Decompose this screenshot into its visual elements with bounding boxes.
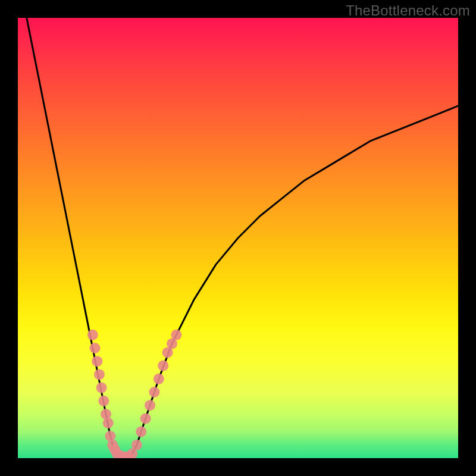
- marker-point: [94, 369, 105, 380]
- marker-point: [103, 418, 114, 428]
- marker-point: [87, 330, 98, 340]
- marker-point: [136, 427, 146, 437]
- marker-point: [90, 343, 101, 353]
- curve-right-branch: [128, 106, 458, 457]
- marker-point: [154, 374, 164, 384]
- marker-point: [131, 440, 142, 450]
- curve-group: [27, 18, 458, 457]
- marker-point: [140, 413, 151, 424]
- marker-point: [98, 396, 109, 406]
- marker-point: [145, 400, 155, 411]
- marker-point: [158, 361, 168, 371]
- marker-point: [92, 356, 102, 367]
- marker-point: [149, 387, 159, 397]
- chart-overlay: [18, 18, 458, 458]
- attribution-text: TheBottleneck.com: [346, 2, 470, 19]
- marker-point: [171, 330, 181, 340]
- marker-point: [96, 383, 107, 393]
- chart-frame: TheBottleneck.com: [0, 0, 476, 476]
- plot-area: [18, 18, 458, 458]
